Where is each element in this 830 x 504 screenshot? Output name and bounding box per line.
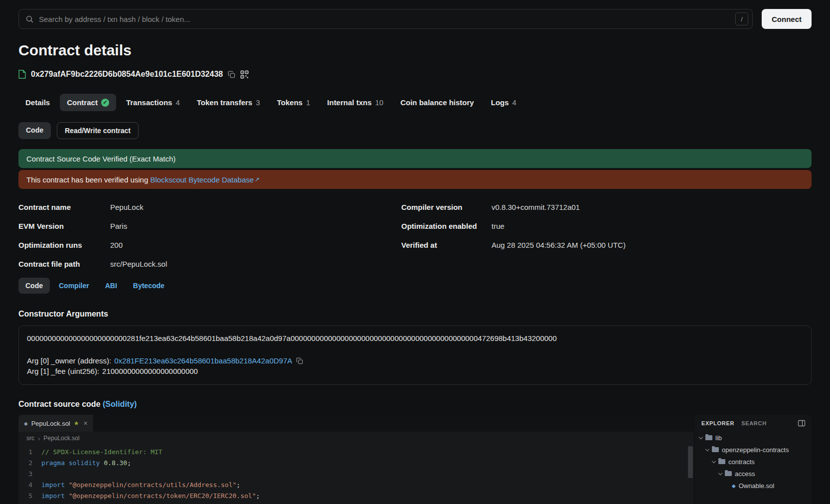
explorer-search-tab[interactable]: SEARCH [741, 420, 767, 426]
tab-details[interactable]: Details [18, 94, 57, 111]
line-number: 2 [18, 458, 41, 469]
info-row-verified-at: Verified at Aug 28 2025 04:56:32 AM (+05… [401, 240, 626, 251]
subtab-read-write-contract[interactable]: Read/Write contract [57, 122, 139, 139]
info-value: PepuLock [110, 202, 144, 213]
tab-transactions[interactable]: Transactions 4 [119, 94, 187, 111]
line-number: 4 [18, 480, 41, 491]
copy-owner-address-icon[interactable] [296, 357, 303, 364]
address-row: 0x279afAF9bc2226D6b0854Ae9e101c1E601D324… [18, 70, 812, 79]
tab-coin-balance-history[interactable]: Coin balance history [393, 94, 481, 111]
tab-token-transfers[interactable]: Token transfers 3 [190, 94, 267, 111]
verified-check-icon [101, 99, 109, 107]
tab-tokens[interactable]: Tokens 1 [270, 94, 318, 111]
tab-label: Internal txns [327, 98, 371, 107]
tab-internal-txns[interactable]: Internal txns 10 [320, 94, 390, 111]
tree-item-access[interactable]: access [694, 468, 812, 480]
explorer-tab[interactable]: EXPLORER [701, 420, 734, 426]
code-token: 0.8.30 [104, 459, 127, 467]
code-token: "@openzeppelin/contracts/utils/Address.s… [69, 481, 237, 489]
arg-label: Arg [1] _fee (uint256): [27, 366, 99, 376]
split-editor-icon[interactable] [798, 419, 806, 427]
code-tab-code[interactable]: Code [18, 278, 50, 294]
code-token: ; [236, 481, 240, 489]
constructor-arg-0: Arg [0] _owner (address): 0x281FE213ea63… [27, 355, 803, 366]
code-area[interactable]: 1 // SPDX-License-Identifier: MIT 2 prag… [18, 445, 694, 504]
tree-item-ownable-sol[interactable]: Ownable.sol [694, 480, 812, 492]
tab-count: 10 [375, 98, 383, 107]
slash-shortcut-hint: / [735, 12, 748, 25]
breadcrumb-folder[interactable]: src [26, 435, 34, 442]
arg-label: Arg [0] _owner (address): [27, 355, 111, 366]
solidity-file-icon [732, 483, 736, 489]
tab-contract[interactable]: Contract [60, 94, 116, 111]
breadcrumb-separator-icon [38, 435, 40, 442]
chevron-down-icon [712, 459, 716, 463]
folder-icon [725, 471, 732, 476]
copy-address-icon[interactable] [228, 71, 235, 78]
file-tab-label: PepuLock.sol [31, 420, 70, 427]
owner-address-link[interactable]: 0x281FE213ea63c264b58601baa58b218A42a0D9… [114, 355, 292, 366]
editor-file-tab[interactable]: PepuLock.sol [18, 415, 94, 432]
close-tab-icon[interactable] [84, 419, 88, 427]
tab-logs[interactable]: Logs 4 [484, 94, 523, 111]
source-code-language: (Solidity) [103, 400, 137, 408]
code-tab-bytecode[interactable]: Bytecode [126, 278, 171, 294]
info-value: Aug 28 2025 04:56:32 AM (+05:00 UTC) [492, 240, 626, 251]
contract-details-page: / Connect Contract details 0x279afAF9bc2… [0, 0, 830, 504]
subtab-code[interactable]: Code [18, 122, 51, 139]
tab-label: Coin balance history [400, 98, 474, 107]
entity-tabs: Details Contract Transactions 4 Token tr… [18, 94, 812, 111]
qr-code-icon[interactable] [240, 70, 249, 79]
source-code-title: Contract source code (Solidity) [18, 400, 812, 409]
code-section-tabs: Code Compiler ABI Bytecode [18, 278, 812, 294]
source-code-title-text: Contract source code [18, 400, 100, 408]
main-file-star-icon[interactable] [74, 420, 79, 427]
breadcrumb-file[interactable]: PepuLock.sol [43, 435, 79, 442]
editor-vertical-scrollbar[interactable] [688, 446, 693, 478]
code-token: "@openzeppelin/contracts/token/ERC20/IER… [69, 492, 256, 500]
tab-label: Token transfers [197, 98, 252, 107]
contract-info: Contract name PepuLock EVM Version Paris… [18, 202, 812, 270]
code-tab-compiler[interactable]: Compiler [52, 278, 96, 294]
tab-label: Contract [67, 98, 98, 107]
info-label: Optimization enabled [401, 221, 492, 232]
line-number: 3 [18, 469, 41, 480]
tree-item-contracts[interactable]: contracts [694, 456, 812, 468]
bytecode-database-link[interactable]: Blockscout Bytecode Database [150, 175, 254, 184]
constructor-args-title: Constructor Arguments [18, 310, 812, 319]
explorer-header: EXPLORER SEARCH [694, 419, 812, 432]
info-value: src/PepuLock.sol [110, 259, 167, 270]
tab-count: 4 [512, 98, 516, 107]
search-icon [25, 15, 34, 23]
tree-item-openzeppelin-contracts[interactable]: openzeppelin-contracts [694, 444, 812, 456]
tree-item-label: Ownable.sol [739, 482, 775, 490]
connect-wallet-button[interactable]: Connect [762, 9, 812, 29]
tab-count: 3 [256, 98, 260, 107]
info-label: Contract file path [18, 259, 110, 270]
tree-item-label: access [735, 470, 755, 478]
tree-item-label: lib [715, 434, 722, 442]
tree-item-label: openzeppelin-contracts [722, 446, 789, 454]
info-row-optimization-runs: Optimization runs 200 [18, 240, 401, 251]
info-value: 200 [110, 240, 123, 251]
code-tab-abi[interactable]: ABI [98, 278, 124, 294]
code-token: // SPDX-License-Identifier: MIT [41, 448, 163, 456]
tree-item-lib[interactable]: lib [694, 432, 812, 444]
editor-breadcrumb: src PepuLock.sol [18, 432, 694, 445]
bytecode-db-banner: This contract has been verified using Bl… [18, 170, 812, 189]
code-token: ; [256, 492, 260, 500]
contract-address[interactable]: 0x279afAF9bc2226D6b0854Ae9e101c1E601D324… [31, 70, 223, 79]
code-token: import [41, 481, 69, 489]
info-row-compiler-version: Compiler version v0.8.30+commit.73712a01 [401, 202, 626, 213]
code-editor: PepuLock.sol src PepuLock.sol 1 // SPDX-… [18, 415, 812, 504]
tab-count: 1 [306, 98, 310, 107]
verified-banner: Contract Source Code Verified (Exact Mat… [18, 149, 812, 168]
file-explorer-panel: EXPLORER SEARCH lib openzeppelin-contrac… [694, 415, 812, 504]
folder-icon [705, 435, 712, 440]
code-line: 4 import "@openzeppelin/contracts/utils/… [18, 480, 694, 491]
info-label: Compiler version [401, 202, 492, 213]
search-input[interactable] [39, 15, 730, 23]
search-bar[interactable]: / [18, 9, 753, 29]
code-line: 1 // SPDX-License-Identifier: MIT [18, 447, 694, 458]
folder-icon [712, 447, 719, 452]
